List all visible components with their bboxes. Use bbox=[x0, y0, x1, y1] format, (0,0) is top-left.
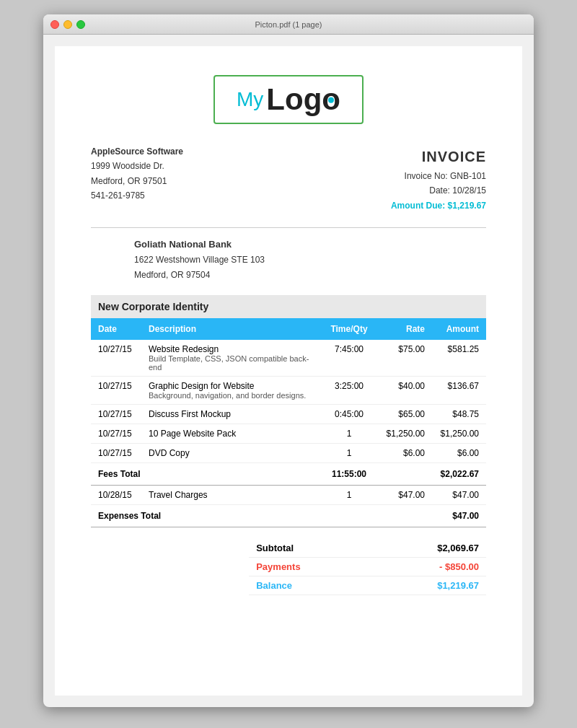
item-date: 10/27/15 bbox=[91, 377, 141, 405]
item-description: DVD Copy bbox=[141, 444, 320, 463]
fees-total-amount: $2,022.67 bbox=[432, 463, 486, 486]
table-row: 10/27/15 DVD Copy 1 $6.00 $6.00 bbox=[91, 444, 486, 463]
item-date: 10/27/15 bbox=[91, 444, 141, 463]
summary-table: Subtotal $2,069.67 Payments - $850.00 Ba… bbox=[249, 539, 486, 595]
item-amount: $1,250.00 bbox=[432, 424, 486, 444]
invoice-number: Invoice No: GNB-101 bbox=[391, 169, 486, 183]
header-section: AppleSource Software 1999 Woodside Dr. M… bbox=[91, 144, 486, 213]
close-button[interactable] bbox=[50, 20, 59, 29]
fees-total-label: Fees Total bbox=[91, 463, 320, 486]
item-time-qty: 7:45:00 bbox=[320, 340, 378, 377]
expense-description: Travel Charges bbox=[141, 486, 320, 505]
expense-rate: $47.00 bbox=[378, 486, 432, 505]
logo-my-text: My bbox=[237, 88, 263, 111]
logo-text: Logo bbox=[266, 82, 340, 117]
table-row: 10/27/15 Graphic Design for Website Back… bbox=[91, 377, 486, 405]
item-time-qty: 1 bbox=[320, 444, 378, 463]
bill-to-section: Goliath National Bank 1622 Westshown Vil… bbox=[91, 237, 486, 282]
col-rate: Rate bbox=[378, 318, 432, 340]
logo-dot bbox=[328, 97, 334, 103]
table-row: 10/27/15 Website Redesign Build Template… bbox=[91, 340, 486, 377]
item-date: 10/27/15 bbox=[91, 405, 141, 424]
window-controls[interactable] bbox=[50, 20, 85, 29]
bill-to-name: Goliath National Bank bbox=[134, 237, 486, 253]
bill-to-address1: 1622 Westshown Village STE 103 bbox=[134, 253, 486, 267]
maximize-button[interactable] bbox=[76, 20, 85, 29]
logo-o: o bbox=[322, 82, 340, 117]
item-rate: $1,250.00 bbox=[378, 424, 432, 444]
balance-value: $1,219.67 bbox=[370, 576, 486, 595]
item-amount: $581.25 bbox=[432, 340, 486, 377]
item-description: Graphic Design for Website Background, n… bbox=[141, 377, 320, 405]
invoice-table: Date Description Time/Qty Rate Amount 10… bbox=[91, 318, 486, 527]
table-row: 10/27/15 10 Page Website Pack 1 $1,250.0… bbox=[91, 424, 486, 444]
balance-label: Balance bbox=[249, 576, 370, 595]
bill-to-address2: Medford, OR 97504 bbox=[134, 268, 486, 282]
sender-name: AppleSource Software bbox=[91, 144, 183, 159]
logo-container: My Logo bbox=[91, 75, 486, 124]
project-section-header: New Corporate Identity bbox=[91, 295, 486, 318]
payments-value: - $850.00 bbox=[370, 558, 486, 576]
item-amount: $136.67 bbox=[432, 377, 486, 405]
logo-box: My Logo bbox=[213, 75, 364, 124]
col-description: Description bbox=[141, 318, 320, 340]
item-rate: $6.00 bbox=[378, 444, 432, 463]
col-amount: Amount bbox=[432, 318, 486, 340]
subtotal-value: $2,069.67 bbox=[370, 539, 486, 558]
balance-row: Balance $1,219.67 bbox=[249, 576, 486, 595]
item-time-qty: 0:45:00 bbox=[320, 405, 378, 424]
sender-phone: 541-261-9785 bbox=[91, 188, 183, 203]
sender-address1: 1999 Woodside Dr. bbox=[91, 159, 183, 173]
item-description: Website Redesign Build Template, CSS, JS… bbox=[141, 340, 320, 377]
invoice-amount-due: Amount Due: $1,219.67 bbox=[391, 198, 486, 213]
subtotal-row: Subtotal $2,069.67 bbox=[249, 539, 486, 558]
item-date: 10/27/15 bbox=[91, 340, 141, 377]
expenses-total-amount: $47.00 bbox=[432, 505, 486, 527]
window-title: Picton.pdf (1 page) bbox=[255, 20, 322, 29]
titlebar: Picton.pdf (1 page) bbox=[43, 14, 534, 35]
col-time-qty: Time/Qty bbox=[320, 318, 378, 340]
item-time-qty: 1 bbox=[320, 424, 378, 444]
item-amount: $48.75 bbox=[432, 405, 486, 424]
invoice-date: Date: 10/28/15 bbox=[391, 183, 486, 198]
item-rate: $75.00 bbox=[378, 340, 432, 377]
item-description: Discuss First Mockup bbox=[141, 405, 320, 424]
item-description: 10 Page Website Pack bbox=[141, 424, 320, 444]
summary-section: Subtotal $2,069.67 Payments - $850.00 Ba… bbox=[91, 539, 486, 595]
expense-row: 10/28/15 Travel Charges 1 $47.00 $47.00 bbox=[91, 486, 486, 505]
fees-total-time: 11:55:00 bbox=[320, 463, 378, 486]
expense-amount: $47.00 bbox=[432, 486, 486, 505]
minimize-button[interactable] bbox=[63, 20, 72, 29]
expense-qty: 1 bbox=[320, 486, 378, 505]
payments-label: Payments bbox=[249, 558, 370, 576]
app-window: Picton.pdf (1 page) My Logo AppleSource … bbox=[43, 14, 534, 707]
item-amount: $6.00 bbox=[432, 444, 486, 463]
header-divider bbox=[91, 227, 486, 228]
invoice-info: INVOICE Invoice No: GNB-101 Date: 10/28/… bbox=[391, 144, 486, 213]
subtotal-label: Subtotal bbox=[249, 539, 370, 558]
item-rate: $40.00 bbox=[378, 377, 432, 405]
fees-total-row: Fees Total 11:55:00 $2,022.67 bbox=[91, 463, 486, 486]
document: My Logo AppleSource Software 1999 Woodsi… bbox=[55, 46, 522, 696]
sender-info: AppleSource Software 1999 Woodside Dr. M… bbox=[91, 144, 183, 213]
item-rate: $65.00 bbox=[378, 405, 432, 424]
item-date: 10/27/15 bbox=[91, 424, 141, 444]
payments-row: Payments - $850.00 bbox=[249, 558, 486, 576]
invoice-title: INVOICE bbox=[391, 144, 486, 169]
col-date: Date bbox=[91, 318, 141, 340]
item-time-qty: 3:25:00 bbox=[320, 377, 378, 405]
expense-date: 10/28/15 bbox=[91, 486, 141, 505]
sender-address2: Medford, OR 97501 bbox=[91, 174, 183, 188]
expenses-total-label: Expenses Total bbox=[91, 505, 432, 527]
expenses-total-row: Expenses Total $47.00 bbox=[91, 505, 486, 527]
table-row: 10/27/15 Discuss First Mockup 0:45:00 $6… bbox=[91, 405, 486, 424]
